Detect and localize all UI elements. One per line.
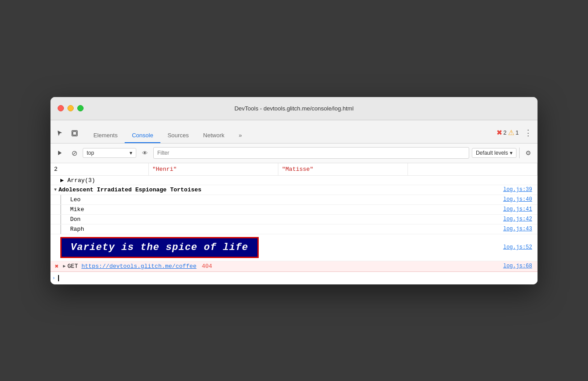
styled-log-entry: Variety is the spice of life log.js:52 bbox=[50, 234, 538, 261]
minimize-button[interactable] bbox=[67, 105, 74, 111]
error-expand-arrow[interactable]: ▶ bbox=[63, 263, 66, 269]
layers-icon[interactable] bbox=[68, 127, 81, 140]
group-entry: ▼ Adolescent Irradiated Espionage Tortoi… bbox=[50, 185, 538, 195]
tab-console[interactable]: Console bbox=[125, 128, 160, 143]
array-entry: ▶ Array(3) bbox=[50, 176, 538, 185]
group-indent-bar bbox=[60, 224, 61, 234]
maximize-button[interactable] bbox=[77, 105, 84, 111]
levels-chevron-icon: ▾ bbox=[510, 150, 512, 156]
group-children: Leo log.js:40 Mike log.js:41 Don log.js:… bbox=[50, 195, 538, 234]
settings-icon[interactable]: ⚙ bbox=[522, 147, 534, 159]
execute-icon[interactable] bbox=[54, 147, 66, 159]
filter-input[interactable] bbox=[153, 147, 469, 159]
error-log-entry: ✖ ▶ GET https://devtools.glitch.me/coffe… bbox=[50, 261, 538, 272]
error-url[interactable]: https://devtools.glitch.me/coffee bbox=[81, 263, 196, 270]
console-input-row[interactable]: › bbox=[50, 272, 538, 284]
error-text: GET https://devtools.glitch.me/coffee 40… bbox=[67, 263, 212, 270]
eye-icon[interactable]: 👁 bbox=[139, 147, 151, 159]
tab-network[interactable]: Network bbox=[196, 128, 232, 143]
list-item: Mike log.js:41 bbox=[50, 205, 538, 215]
context-select[interactable]: top ▾ bbox=[83, 148, 136, 158]
tab-bar: Elements Console Sources Network » ✖ 2 ⚠… bbox=[50, 120, 538, 144]
table-cell-col2: "Matisse" bbox=[278, 163, 408, 175]
table-cell-index: 2 bbox=[50, 163, 149, 175]
list-item: Don log.js:42 bbox=[50, 215, 538, 224]
window-title: DevTools - devtools.glitch.me/console/lo… bbox=[235, 105, 354, 112]
console-toolbar: ⊘ top ▾ 👁 Default levels ▾ ⚙ bbox=[50, 144, 538, 163]
tab-elements[interactable]: Elements bbox=[86, 128, 125, 143]
error-badge: ✖ 2 ⚠ 1 bbox=[496, 128, 519, 137]
group-collapse-arrow[interactable]: ▼ bbox=[54, 187, 57, 192]
close-button[interactable] bbox=[58, 105, 64, 111]
list-item: Leo log.js:40 bbox=[50, 195, 538, 205]
table-row: 2 "Henri" "Matisse" bbox=[50, 163, 538, 176]
table-cell-col1: "Henri" bbox=[149, 163, 278, 175]
traffic-lights bbox=[58, 105, 84, 111]
toolbar-divider bbox=[519, 148, 520, 158]
cursor-icon[interactable] bbox=[54, 127, 67, 140]
input-prompt-icon: › bbox=[52, 275, 55, 281]
group-indent-bar bbox=[60, 205, 61, 214]
title-bar: DevTools - devtools.glitch.me/console/lo… bbox=[50, 97, 538, 120]
no-icon[interactable]: ⊘ bbox=[68, 147, 80, 159]
chevron-down-icon: ▾ bbox=[130, 150, 132, 156]
svg-rect-1 bbox=[73, 131, 76, 135]
table-cell-empty bbox=[408, 163, 538, 175]
more-button[interactable]: ⋮ bbox=[522, 126, 534, 140]
styled-text-box: Variety is the spice of life bbox=[60, 237, 259, 258]
tab-sources[interactable]: Sources bbox=[160, 128, 196, 143]
error-circle-icon: ✖ bbox=[52, 262, 61, 270]
svg-marker-2 bbox=[58, 151, 62, 155]
cursor-blink bbox=[58, 275, 59, 281]
list-item: Raph log.js:43 bbox=[50, 224, 538, 234]
tab-more[interactable]: » bbox=[231, 128, 249, 143]
tab-bar-right: ✖ 2 ⚠ 1 ⋮ bbox=[496, 126, 534, 140]
group-indent-bar bbox=[60, 195, 61, 204]
devtools-window: DevTools - devtools.glitch.me/console/lo… bbox=[50, 97, 538, 284]
error-icon: ✖ bbox=[496, 128, 502, 137]
warning-icon: ⚠ bbox=[508, 128, 514, 137]
console-content: 2 "Henri" "Matisse" ▶ Array(3) ▼ Adolesc… bbox=[50, 163, 538, 284]
default-levels-select[interactable]: Default levels ▾ bbox=[472, 148, 517, 158]
tab-bar-icons bbox=[54, 127, 86, 140]
group-indent-bar bbox=[60, 215, 61, 224]
